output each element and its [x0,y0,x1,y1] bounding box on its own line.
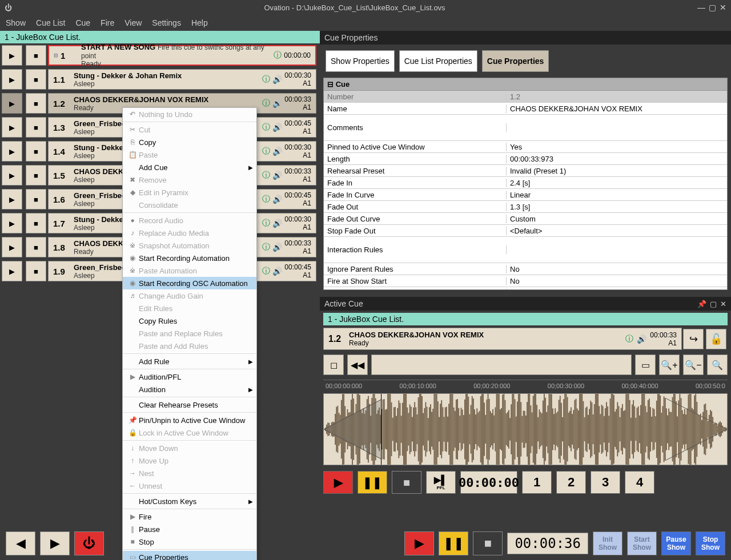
prev-cue-button[interactable]: ◀ [6,531,35,555]
init-show-button[interactable]: InitShow [593,531,622,555]
property-row[interactable]: Fire at Show Start No [324,275,727,287]
property-row[interactable]: Stop Fade Out <Default> [324,225,727,237]
menu-item[interactable]: ▶ Fire [123,510,256,523]
cue-play-button[interactable]: ▶ [2,45,22,66]
property-value[interactable]: <Default> [507,227,727,235]
zoom-region-button[interactable]: 🔍 [707,354,728,375]
property-row[interactable]: Fade In Curve Linear [324,189,727,201]
minimize-icon[interactable]: — [697,3,705,12]
menu-item[interactable]: Copy Rules [123,315,256,327]
property-row[interactable]: Pinned to Active Cue Window Yes [324,141,727,153]
cue-play-button[interactable]: ▶ [2,69,22,90]
cue-stop-button[interactable]: ■ [26,261,46,281]
next-cue-button[interactable]: ▶ [40,531,70,555]
property-value[interactable]: Linear [507,191,727,199]
cue-stop-button[interactable]: ■ [26,117,46,138]
pfl-button[interactable]: ▶▌PFL [426,471,456,494]
maximize-icon[interactable]: ▢ [709,3,716,12]
hotkey-3[interactable]: 3 [591,471,620,494]
menu-item[interactable]: 📌 Pin/Unpin to Active Cue Window [123,414,256,426]
cue-stop-button[interactable]: ■ [26,69,46,90]
timeline-ruler[interactable]: 00;00:00:000 00;00:10:000 00;00:20:000 0… [323,380,728,391]
menu-fire[interactable]: Fire [101,18,114,27]
property-row[interactable]: Rehearsal Preset Invalid (Preset 1) [324,165,727,177]
menu-help[interactable]: Help [191,18,208,27]
menu-view[interactable]: View [124,18,142,27]
hotkey-2[interactable]: 2 [556,471,586,494]
cue-play-button[interactable]: ▶ [2,117,22,138]
pause-button[interactable]: ❚❚ [358,471,387,494]
scrub-field[interactable] [371,354,632,375]
close-panel-icon[interactable]: ✕ [720,300,726,308]
cue-stop-button[interactable]: ■ [26,141,46,162]
pin-icon[interactable]: 📌 [697,300,706,308]
menu-cue-list[interactable]: Cue List [36,18,65,27]
active-cue-bar[interactable]: 1.2 CHAOS DEKKER&JOHAN VOX REMIX Ready ⓘ… [323,328,682,350]
property-value[interactable]: 00:00:33:973 [507,155,727,163]
stop-show-button[interactable]: StopShow [696,531,725,555]
cue-play-button[interactable]: ▶ [2,141,22,162]
property-value[interactable]: 1.2 [507,92,727,101]
property-row[interactable]: Output Player [324,287,727,290]
property-row[interactable]: Fade Out Curve Custom [324,213,727,225]
property-row[interactable]: Comments [324,115,727,141]
global-pause-button[interactable]: ❚❚ [439,531,468,555]
cue-stop-button[interactable]: ■ [26,189,46,210]
start-show-button[interactable]: StartShow [627,531,657,555]
cue-play-button[interactable]: ▶ [2,189,22,210]
tab-show-properties[interactable]: Show Properties [326,50,395,72]
cue-stop-button[interactable]: ■ [26,237,46,257]
menu-item[interactable]: Clear Rehearse Presets [123,398,256,411]
property-row[interactable]: Name CHAOS DEKKER&JOHAN VOX REMIX [324,103,727,115]
global-fire-button[interactable]: ▶ [404,531,434,555]
menu-item[interactable]: Hot/Custom Keys ▶ [123,495,256,507]
context-menu[interactable]: ↶ Nothing to Undo ✂ Cut ⎘ Copy 📋 Paste A… [122,107,257,560]
marker-button[interactable]: ◻ [323,354,344,375]
zoom-out-button[interactable]: 🔍− [683,354,704,375]
stop-button[interactable]: ■ [392,471,421,494]
menu-item[interactable]: ■ Stop [123,535,256,548]
property-value[interactable]: Custom [507,215,727,223]
collapse-icon[interactable]: ⊟ [54,53,58,58]
power-icon[interactable]: ⏻ [5,3,12,12]
property-row[interactable]: Interaction Rules [324,237,727,263]
property-value[interactable]: No [507,277,727,285]
waveform-view[interactable] [323,393,728,465]
cue-stop-button[interactable]: ■ [26,45,46,66]
property-row[interactable]: Ignore Parent Rules No [324,263,727,275]
menu-item[interactable]: Add Rule ▶ [123,355,256,368]
property-grid[interactable]: ⊟ Cue Number 1.2Name CHAOS DEKKER&JOHAN … [323,78,728,290]
property-row[interactable]: Fade In 2.4 [s] [324,177,727,189]
menu-item[interactable]: ◉ Start Recording Automation [123,252,256,264]
menu-cue[interactable]: Cue [75,18,90,27]
cue-play-button[interactable]: ▶ [2,165,22,186]
cue-item[interactable]: 1.1 Stung - Dekker & Johan Remix Asleep … [48,69,316,90]
hotkey-4[interactable]: 4 [625,471,654,494]
property-value[interactable]: Yes [507,143,727,151]
cue-item[interactable]: ⊟ 1 START A NEW SONG Fire this cue to sw… [48,45,316,66]
fire-button[interactable]: ▶ [323,471,353,494]
prop-section-cue[interactable]: ⊟ Cue [324,78,727,91]
menu-item[interactable]: ▭ Cue Properties [123,551,256,560]
property-row[interactable]: Length 00:00:33:973 [324,153,727,165]
property-row[interactable]: Fade Out 1.3 [s] [324,201,727,213]
global-stop-button[interactable]: ■ [473,531,503,555]
menu-item[interactable]: ‖ Pause [123,523,256,535]
menu-show[interactable]: Show [6,18,26,27]
menu-settings[interactable]: Settings [152,18,181,27]
restore-icon[interactable]: ▢ [710,300,717,308]
lock-button[interactable]: 🔓 [706,329,726,349]
zoom-fit-button[interactable]: ▭ [635,354,656,375]
close-icon[interactable]: ✕ [720,3,726,12]
property-value[interactable]: CHAOS DEKKER&JOHAN VOX REMIX [507,104,727,113]
cue-stop-button[interactable]: ■ [26,213,46,233]
property-row[interactable]: Number 1.2 [324,91,727,103]
rewind-button[interactable]: ◀◀ [347,354,368,375]
cue-play-button[interactable]: ▶ [2,261,22,281]
pause-show-button[interactable]: PauseShow [661,531,691,555]
menu-item[interactable]: Audition ▶ [123,383,256,396]
cue-play-button[interactable]: ▶ [2,237,22,257]
menu-item[interactable]: Add Cue ▶ [123,161,256,174]
cue-stop-button[interactable]: ■ [26,165,46,186]
menu-item[interactable]: ▶ Audition/PFL [123,370,256,383]
